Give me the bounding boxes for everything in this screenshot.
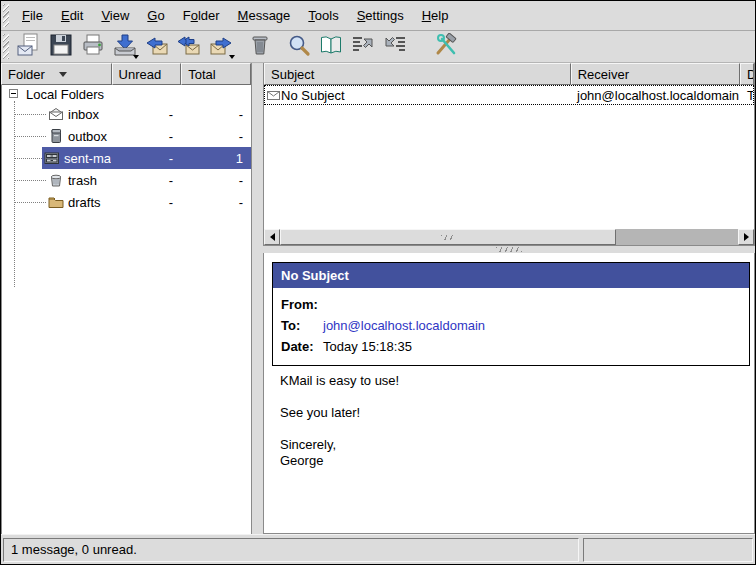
horizontal-scrollbar[interactable] — [264, 229, 754, 245]
find-button[interactable] — [284, 33, 314, 61]
collapse-expander-icon[interactable] — [9, 89, 18, 98]
folder-total-count: 1 — [181, 151, 251, 166]
unread-header-label: Unread — [119, 67, 162, 82]
vertical-splitter[interactable] — [252, 63, 263, 534]
scrollbar-track[interactable] — [616, 229, 738, 245]
reply-button[interactable] — [142, 33, 172, 61]
body-line: KMail is easy to use! — [280, 373, 399, 389]
next-message-button[interactable] — [380, 33, 410, 61]
preview-subject-title: No Subject — [273, 263, 749, 288]
date-value: Today 15:18:35 — [323, 336, 412, 357]
body-line: George — [280, 453, 399, 469]
tree-branch-line — [14, 158, 42, 159]
next-message-icon — [383, 33, 407, 60]
reply-icon — [145, 33, 169, 60]
folder-rows: inbox--outbox--sent-ma-1trash--drafts-- — [2, 103, 251, 213]
date-column-header[interactable]: Date — [740, 63, 754, 85]
menu-message[interactable]: Message — [229, 5, 300, 26]
horizontal-splitter[interactable] — [263, 246, 755, 253]
folder-row-content: drafts-- — [46, 191, 251, 213]
scroll-left-button[interactable] — [264, 229, 280, 245]
message-date: Today 15:18:35 — [743, 88, 753, 103]
folder-row-content: sent-ma-1 — [42, 147, 251, 169]
folder-pane-headers: Folder Unread Total — [1, 63, 251, 85]
toolbar — [1, 31, 755, 63]
folder-name: outbox — [66, 129, 111, 144]
total-column-header[interactable]: Total — [181, 63, 251, 85]
unread-column-header[interactable]: Unread — [112, 63, 182, 85]
menu-go[interactable]: Go — [138, 5, 173, 26]
save-button[interactable] — [46, 33, 76, 61]
previous-message-button[interactable] — [348, 33, 378, 61]
folder-total-count: - — [181, 107, 251, 122]
new-message-button[interactable] — [14, 33, 44, 61]
body-line — [280, 389, 399, 405]
menu-file[interactable]: File — [13, 5, 52, 26]
folder-row-inbox[interactable]: inbox-- — [2, 103, 251, 125]
address-book-button[interactable] — [316, 33, 346, 61]
body-line: Sincerely, — [280, 437, 399, 453]
new-message-icon — [17, 33, 41, 60]
message-subject: No Subject — [281, 88, 345, 103]
body-line: See you later! — [280, 405, 399, 421]
tree-branch-line — [14, 136, 46, 137]
scroll-right-button[interactable] — [738, 229, 754, 245]
menu-help[interactable]: Help — [413, 5, 458, 26]
reply-all-button[interactable] — [174, 33, 204, 61]
folder-column-header[interactable]: Folder — [1, 63, 112, 85]
delete-icon — [248, 33, 272, 60]
dropdown-arrow-icon[interactable] — [229, 55, 235, 59]
print-button[interactable] — [78, 33, 108, 61]
receiver-column-header[interactable]: Receiver — [571, 63, 740, 85]
folder-header-label: Folder — [8, 67, 45, 82]
menu-view[interactable]: View — [92, 5, 138, 26]
message-preview-pane: No Subject From: To: john@localhost.loca… — [263, 253, 755, 534]
forward-button[interactable] — [206, 33, 236, 61]
folder-name: Local Folders — [24, 87, 251, 102]
toolbar-drag-handle[interactable] — [3, 34, 9, 59]
folder-unread-count: - — [111, 107, 181, 122]
message-body: KMail is easy to use! See you later! Sin… — [280, 373, 399, 469]
reply-all-icon — [177, 33, 201, 60]
menubar-drag-handle[interactable] — [3, 4, 9, 27]
trash-folder-icon — [46, 172, 66, 188]
message-subject-cell: No Subject — [265, 88, 573, 103]
folder-row-trash[interactable]: trash-- — [2, 169, 251, 191]
kmail-window: FileEditViewGoFolderMessageToolsSettings… — [0, 0, 756, 565]
scrollbar-thumb[interactable] — [280, 229, 616, 245]
check-mail-button[interactable] — [110, 33, 140, 61]
folder-pane: Folder Unread Total Local Folders inbox-… — [1, 63, 252, 534]
menu-settings[interactable]: Settings — [348, 5, 413, 26]
total-header-label: Total — [188, 67, 215, 82]
to-row: To: john@localhost.localdomain — [281, 315, 741, 336]
folder-row-drafts[interactable]: drafts-- — [2, 191, 251, 213]
from-label: From: — [281, 294, 323, 315]
folder-row-local-folders[interactable]: Local Folders — [2, 85, 251, 103]
folder-row-sent-ma[interactable]: sent-ma-1 — [2, 147, 251, 169]
message-row[interactable]: No Subject john@localhost.localdomain To… — [264, 85, 754, 105]
message-rows: No Subject john@localhost.localdomain To… — [264, 85, 754, 229]
menu-tools[interactable]: Tools — [299, 5, 347, 26]
menu-folder[interactable]: Folder — [174, 5, 229, 26]
to-address-link[interactable]: john@localhost.localdomain — [323, 315, 485, 336]
find-icon — [287, 33, 311, 60]
tree-branch-line — [14, 180, 46, 181]
folder-row-content: inbox-- — [46, 103, 251, 125]
delete-button[interactable] — [245, 33, 275, 61]
menu-edit[interactable]: Edit — [52, 5, 92, 26]
to-label: To: — [281, 315, 323, 336]
splitter-grip-icon — [496, 247, 522, 252]
folder-tree: Local Folders inbox--outbox--sent-ma-1tr… — [1, 85, 251, 534]
sort-arrow-icon — [59, 72, 67, 77]
folder-name: trash — [66, 173, 111, 188]
folder-row-outbox[interactable]: outbox-- — [2, 125, 251, 147]
statusbar-text: 1 message, 0 unread. — [11, 542, 137, 557]
tools-button[interactable] — [431, 33, 461, 61]
arrow-right-icon — [744, 233, 749, 241]
subject-column-header[interactable]: Subject — [264, 63, 571, 85]
save-icon — [49, 33, 73, 60]
dropdown-arrow-icon[interactable] — [133, 55, 139, 59]
folder-row-content: outbox-- — [46, 125, 251, 147]
tree-branch-line — [14, 114, 46, 115]
address-book-icon — [319, 33, 343, 60]
